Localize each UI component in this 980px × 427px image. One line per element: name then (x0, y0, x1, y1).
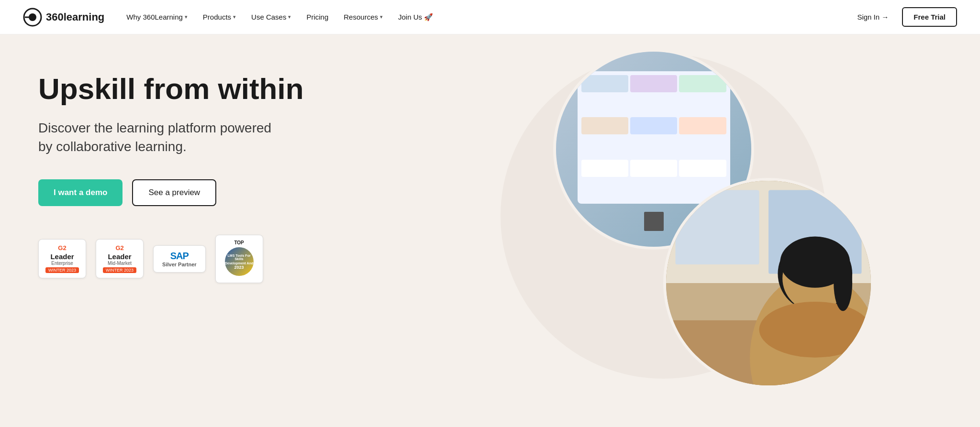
nav-pricing-label: Pricing (306, 13, 328, 21)
screen-card-1 (581, 75, 628, 92)
hero-section: Upskill from within Discover the learnin… (0, 34, 980, 427)
hero-content: Upskill from within Discover the learnin… (0, 34, 539, 427)
chevron-down-icon: ▾ (233, 14, 236, 20)
navbar: 360learning Why 360Learning ▾ Products ▾… (0, 0, 980, 34)
g2-label-2: G2 (115, 244, 123, 252)
svg-point-1 (29, 13, 36, 21)
person-illustration (666, 181, 871, 385)
nav-resources-label: Resources (344, 13, 378, 21)
badge-g2-midmarket: G2 Leader Mid-Market WINTER 2023 (96, 239, 144, 278)
nav-usecases-label: Use Cases (251, 13, 286, 21)
svg-point-13 (834, 255, 853, 311)
screen-card-6 (679, 117, 726, 134)
season-label-1: WINTER 2023 (45, 267, 79, 273)
nav-item-why[interactable]: Why 360Learning ▾ (120, 9, 194, 25)
category-label-1: Enterprise (51, 261, 73, 266)
sign-in-label: Sign In → (857, 13, 889, 21)
hero-person-circle (663, 178, 874, 388)
360learning-logo-icon (23, 8, 42, 27)
chevron-down-icon: ▾ (185, 14, 188, 20)
top-label: TOP (234, 240, 244, 245)
badge-sap: SAP Silver Partner (153, 245, 206, 273)
monitor-stand (644, 212, 664, 231)
nav-item-joinus[interactable]: Join Us 🚀 (391, 9, 440, 25)
sap-partner-label: Silver Partner (162, 262, 197, 267)
sign-in-button[interactable]: Sign In → (851, 9, 894, 25)
free-trial-button[interactable]: Free Trial (902, 7, 957, 27)
screen-card-4 (581, 117, 628, 134)
preview-button[interactable]: See a preview (132, 179, 216, 206)
trust-badges: G2 Leader Enterprise WINTER 2023 G2 Lead… (38, 235, 510, 283)
demo-button[interactable]: I want a demo (38, 179, 122, 206)
logo-text: 360learning (46, 11, 104, 23)
badge-top-lms: TOP LMS Tools For Skills Development And… (215, 235, 263, 283)
g2-label-1: G2 (58, 244, 66, 252)
demo-button-label: I want a demo (54, 188, 107, 197)
top-year: 2023 (234, 265, 244, 270)
screen-content (578, 71, 730, 204)
monitor-screen (578, 71, 730, 204)
hero-title: Upskill from within (38, 73, 316, 105)
nav-item-pricing[interactable]: Pricing (300, 9, 335, 25)
nav-item-products[interactable]: Products ▾ (196, 9, 243, 25)
leader-label-2: Leader (108, 252, 131, 261)
chevron-down-icon: ▾ (380, 14, 383, 20)
nav-why-label: Why 360Learning (126, 13, 183, 21)
top-lms-circle: LMS Tools For Skills Development And 202… (225, 247, 254, 276)
nav-item-resources[interactable]: Resources ▾ (337, 9, 390, 25)
screen-card-5 (630, 117, 677, 134)
top-desc1: LMS Tools For Skills (225, 253, 254, 262)
preview-button-label: See a preview (148, 188, 200, 197)
badge-g2-enterprise: G2 Leader Enterprise WINTER 2023 (38, 239, 86, 278)
chevron-down-icon: ▾ (288, 14, 291, 20)
hero-subtitle: Discover the learning platform powered b… (38, 119, 287, 156)
screen-card-8 (630, 160, 677, 177)
sap-label: SAP (170, 251, 189, 262)
screen-card-3 (679, 75, 726, 92)
nav-links: Why 360Learning ▾ Products ▾ Use Cases ▾… (120, 9, 851, 25)
hero-visual (539, 34, 980, 427)
svg-point-11 (759, 302, 871, 358)
leader-label-1: Leader (50, 252, 74, 261)
nav-joinus-label: Join Us 🚀 (398, 13, 433, 22)
person-mockup (666, 181, 871, 385)
screen-card-9 (679, 160, 726, 177)
category-label-2: Mid-Market (108, 261, 132, 266)
nav-right: Sign In → Free Trial (851, 7, 957, 27)
nav-item-usecases[interactable]: Use Cases ▾ (245, 9, 298, 25)
free-trial-label: Free Trial (913, 13, 946, 21)
top-desc2: Development And (225, 262, 253, 265)
nav-products-label: Products (203, 13, 231, 21)
screen-card-2 (630, 75, 677, 92)
screen-card-7 (581, 160, 628, 177)
hero-buttons: I want a demo See a preview (38, 179, 510, 206)
season-label-2: WINTER 2023 (103, 267, 136, 273)
logo[interactable]: 360learning (23, 8, 104, 27)
